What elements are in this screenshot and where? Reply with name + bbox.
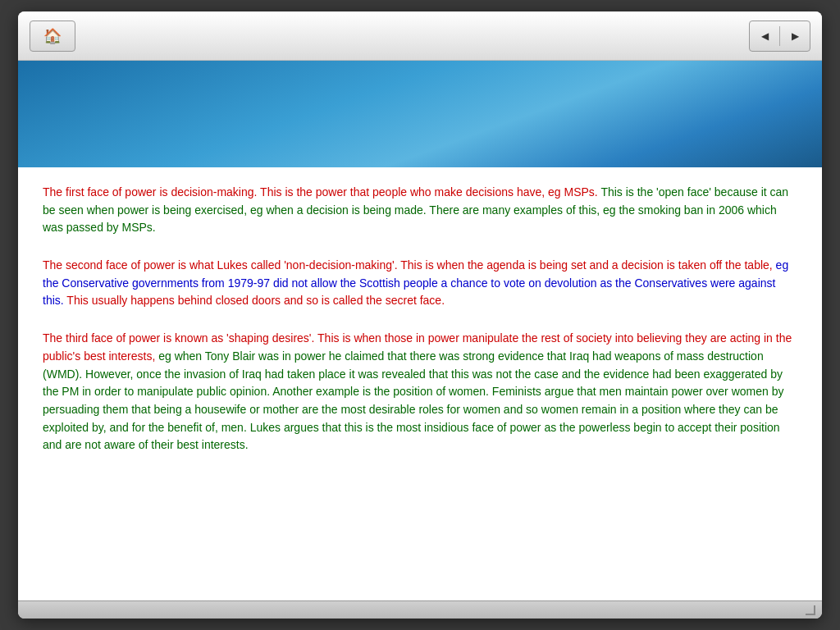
paragraph-2: The second face of power is what Lukes c… (43, 257, 797, 310)
para3-text2: eg when Tony Blair was in power he claim… (43, 349, 783, 451)
content-area: The first face of power is decision-maki… (18, 167, 822, 600)
toolbar: 🏠 ◀ ▶ (18, 11, 822, 61)
nav-arrows-container: ◀ ▶ (749, 21, 810, 52)
toolbar-right: ◀ ▶ (749, 21, 810, 52)
resize-handle[interactable] (806, 605, 815, 615)
hero-banner (18, 61, 822, 167)
main-window: 🏠 ◀ ▶ The first face of power is decisio… (18, 11, 822, 619)
toolbar-left: 🏠 (30, 21, 75, 52)
paragraph-1: The first face of power is decision-maki… (43, 184, 797, 237)
home-button[interactable]: 🏠 (30, 21, 75, 52)
para2-text1: The second face of power is what Lukes c… (43, 258, 773, 272)
next-button[interactable]: ▶ (780, 21, 810, 52)
status-bar (18, 600, 822, 619)
para2-text3: This usually happens behind closed doors… (64, 294, 445, 307)
prev-button[interactable]: ◀ (750, 21, 779, 52)
paragraph-3: The third face of power is known as 'sha… (43, 330, 797, 454)
para1-text1: The first face of power is decision-maki… (43, 185, 598, 199)
